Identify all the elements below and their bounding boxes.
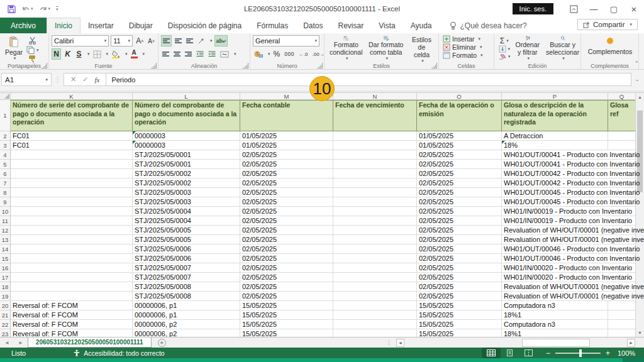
cell-styles-button[interactable]: Estilos de celda▾: [407, 35, 436, 62]
cell-Q3[interactable]: [608, 141, 636, 150]
cell-M14[interactable]: 02/05/2025: [240, 244, 333, 254]
row-number-18[interactable]: 18: [0, 282, 11, 292]
row-number-19[interactable]: 19: [0, 292, 11, 301]
cell-O22[interactable]: 15/05/2025: [417, 320, 502, 329]
cell-K18[interactable]: [11, 282, 133, 292]
number-format-combo[interactable]: General▾: [253, 35, 319, 47]
cell-M16[interactable]: 02/05/2025: [240, 263, 333, 273]
cell-M9[interactable]: 02/05/2025: [240, 197, 333, 207]
cell-N3[interactable]: [333, 141, 417, 150]
italic-button[interactable]: K: [63, 48, 72, 60]
cell-K9[interactable]: [11, 197, 133, 207]
row-number-15[interactable]: 15: [0, 254, 11, 263]
redo-icon[interactable]: ▾: [39, 5, 51, 13]
row-number-7[interactable]: 7: [0, 178, 11, 188]
cell-N15[interactable]: [333, 254, 417, 263]
cell-K8[interactable]: [11, 188, 133, 197]
collapse-ribbon-icon[interactable]: ⌃: [634, 60, 639, 67]
horizontal-scroll-thumb[interactable]: [522, 339, 590, 347]
cell-O11[interactable]: 02/05/2025: [417, 216, 502, 226]
cell-K19[interactable]: [11, 292, 133, 301]
cell-L13[interactable]: STJ/2025/05/0005: [133, 235, 240, 244]
font-name-combo[interactable]: Calibri▾: [52, 35, 109, 47]
cell-M2[interactable]: 01/05/2025: [240, 131, 333, 141]
cell-O21[interactable]: 15/05/2025: [417, 310, 502, 320]
cell-P13[interactable]: Revaluation of WH/OUT/00001 (negative in…: [502, 235, 608, 244]
clear-icon[interactable]: ▾: [497, 53, 512, 60]
cell-K4[interactable]: [11, 150, 133, 160]
status-mode[interactable]: Listo: [0, 349, 26, 357]
cell-P10[interactable]: WH01/IN/00019 - Producto con Inventario: [502, 207, 608, 216]
align-middle-icon[interactable]: [174, 35, 183, 47]
cell-M5[interactable]: 02/05/2025: [240, 160, 333, 169]
tab-vista[interactable]: Vista: [371, 18, 402, 33]
cell-P9[interactable]: WH01/OUT/00045 - Producto con Inventario: [502, 197, 608, 207]
cell-O2[interactable]: 01/05/2025: [417, 131, 502, 141]
cell-O9[interactable]: 02/05/2025: [417, 197, 502, 207]
tab-dibujar[interactable]: Dibujar: [121, 18, 160, 33]
cell-L4[interactable]: STJ/2025/05/0001: [133, 150, 240, 160]
hscroll-right-icon[interactable]: ►: [627, 339, 635, 347]
save-icon[interactable]: [8, 5, 16, 13]
cell-N16[interactable]: [333, 263, 417, 273]
cell-Q1[interactable]: Glosa ref: [608, 100, 636, 131]
cell-M20[interactable]: 15/05/2025: [240, 301, 333, 310]
row-number-1[interactable]: 1: [0, 100, 11, 131]
cell-L2[interactable]: 00000003: [133, 131, 240, 141]
cell-K6[interactable]: [11, 169, 133, 178]
increase-decimal-icon[interactable]: ←.0: [297, 48, 309, 60]
conditional-formatting-button[interactable]: ≠ Formato condicional▾: [327, 35, 365, 62]
name-box[interactable]: A1▾: [1, 73, 52, 86]
cell-L7[interactable]: STJ/2025/05/0002: [133, 178, 240, 188]
cell-O16[interactable]: 02/05/2025: [417, 263, 502, 273]
zoom-in-icon[interactable]: +: [606, 349, 610, 358]
find-select-button[interactable]: Buscar y seleccionar▾: [543, 35, 582, 62]
cell-N18[interactable]: [333, 282, 417, 292]
cell-K21[interactable]: Reversal of: F FCOM: [11, 310, 133, 320]
row-number-11[interactable]: 11: [0, 216, 11, 226]
cell-N8[interactable]: [333, 188, 417, 197]
percent-style-icon[interactable]: %: [272, 48, 282, 60]
formula-input[interactable]: Periodo: [106, 73, 631, 86]
number-dialog-launcher[interactable]: [317, 63, 323, 69]
cell-Q22[interactable]: [608, 320, 636, 329]
cell-O19[interactable]: 02/05/2025: [417, 292, 502, 301]
name-box-splitter[interactable]: ⋮: [52, 75, 64, 84]
clipboard-dialog-launcher[interactable]: [42, 63, 47, 69]
cell-P21[interactable]: 18%1: [502, 310, 608, 320]
cell-K3[interactable]: FC01: [11, 141, 133, 150]
cell-Q20[interactable]: [608, 301, 636, 310]
grow-font-icon[interactable]: A˄: [135, 35, 145, 47]
cell-M15[interactable]: 02/05/2025: [240, 254, 333, 263]
cell-Q2[interactable]: [608, 131, 636, 141]
row-number-16[interactable]: 16: [0, 263, 11, 273]
cell-M1[interactable]: Fecha contable: [240, 100, 333, 131]
tab-insertar[interactable]: Insertar: [80, 18, 121, 33]
select-all-corner[interactable]: [0, 93, 11, 99]
cell-M4[interactable]: 02/05/2025: [240, 150, 333, 160]
cell-K2[interactable]: FC01: [11, 131, 133, 141]
copy-icon[interactable]: ▾: [25, 46, 40, 54]
active-sheet-tab[interactable]: 2060531032120250500050100001111: [28, 337, 152, 348]
cell-O1[interactable]: Fecha de la operación o emisión: [417, 100, 502, 131]
decrease-indent-icon[interactable]: [195, 48, 205, 60]
cell-Q21[interactable]: [608, 310, 636, 320]
row-number-9[interactable]: 9: [0, 197, 11, 207]
cell-N4[interactable]: [333, 150, 417, 160]
cell-P6[interactable]: WH01/OUT/00042 - Producto con Inventario: [502, 169, 608, 178]
font-color-icon[interactable]: A: [130, 48, 139, 60]
cell-L22[interactable]: 00000006, p2: [133, 320, 240, 329]
cell-N12[interactable]: [333, 226, 417, 235]
align-center-icon[interactable]: [172, 48, 182, 60]
cut-icon[interactable]: [25, 36, 40, 45]
column-header-O[interactable]: O: [417, 93, 502, 99]
align-top-icon[interactable]: [161, 35, 172, 47]
cell-P5[interactable]: WH01/OUT/00041 - Producto con Inventario: [502, 160, 608, 169]
cell-N13[interactable]: [333, 235, 417, 244]
row-number-14[interactable]: 14: [0, 244, 11, 254]
sheet-next-icon[interactable]: ►: [14, 340, 28, 346]
fill-color-icon[interactable]: [110, 48, 121, 60]
cell-P17[interactable]: WH01/IN/00020 - Producto con Inventario: [502, 273, 608, 282]
zoom-slider-thumb[interactable]: [579, 349, 582, 357]
delete-cells-button[interactable]: Eliminar▾: [443, 43, 492, 51]
